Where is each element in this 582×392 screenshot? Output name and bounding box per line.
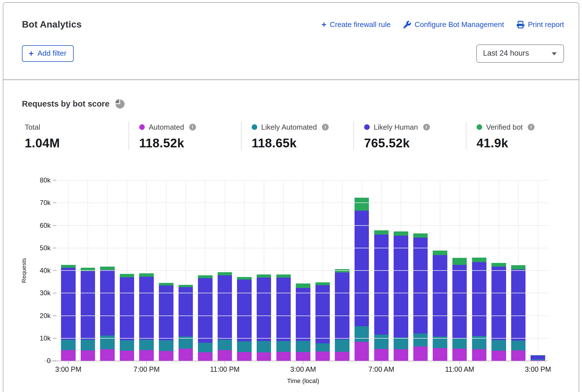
info-icon[interactable]: i xyxy=(189,124,196,130)
bar-segment-verified-bot[interactable] xyxy=(120,274,134,277)
bar-segment-verified-bot[interactable] xyxy=(257,274,271,277)
bar-segment-verified-bot[interactable] xyxy=(100,267,114,270)
bar-segment-likely-automated[interactable] xyxy=(296,341,310,352)
bar-segment-likely-human[interactable] xyxy=(257,278,271,341)
configure-bot-management-link[interactable]: Configure Bot Management xyxy=(403,20,504,29)
bar-segment-verified-bot[interactable] xyxy=(61,265,75,268)
bar-segment-verified-bot[interactable] xyxy=(218,272,232,275)
bar-segment-verified-bot[interactable] xyxy=(179,285,193,287)
bar-segment-likely-human[interactable] xyxy=(394,236,408,337)
bar-segment-likely-human[interactable] xyxy=(276,278,291,341)
bar-segment-automated[interactable] xyxy=(257,352,271,361)
print-report-link[interactable]: Print report xyxy=(517,20,564,29)
bar-segment-likely-human[interactable] xyxy=(335,272,349,339)
create-firewall-rule-link[interactable]: + Create firewall rule xyxy=(321,20,391,29)
bar-segment-likely-human[interactable] xyxy=(472,262,486,336)
bar-segment-likely-automated[interactable] xyxy=(374,335,389,349)
bar-segment-automated[interactable] xyxy=(452,349,467,361)
bar-segment-likely-human[interactable] xyxy=(198,278,212,343)
bar-segment-verified-bot[interactable] xyxy=(413,233,428,238)
bar-segment-likely-human[interactable] xyxy=(511,269,525,341)
bar-segment-verified-bot[interactable] xyxy=(315,282,330,285)
bar-segment-likely-automated[interactable] xyxy=(61,340,75,350)
bar-segment-verified-bot[interactable] xyxy=(433,251,447,255)
bar-segment-verified-bot[interactable] xyxy=(159,283,173,285)
bar-segment-automated[interactable] xyxy=(335,352,349,361)
bar-segment-automated[interactable] xyxy=(472,349,486,361)
bar-segment-automated[interactable] xyxy=(179,349,193,361)
bar-segment-likely-human[interactable] xyxy=(100,270,114,335)
bar-segment-likely-human[interactable] xyxy=(159,285,173,340)
bar-segment-automated[interactable] xyxy=(315,352,330,361)
bar-segment-likely-human[interactable] xyxy=(315,285,330,343)
bar-segment-likely-automated[interactable] xyxy=(81,340,95,350)
info-icon[interactable]: i xyxy=(528,124,534,130)
bar-segment-likely-human[interactable] xyxy=(413,238,428,334)
bar-segment-verified-bot[interactable] xyxy=(296,283,310,288)
bar-segment-verified-bot[interactable] xyxy=(276,274,291,277)
bar-segment-likely-human[interactable] xyxy=(374,235,389,335)
bar-segment-automated[interactable] xyxy=(433,348,447,361)
time-range-dropdown[interactable]: Last 24 hours xyxy=(476,44,564,63)
bar-segment-automated[interactable] xyxy=(120,351,134,361)
bar-segment-likely-human[interactable] xyxy=(81,271,95,340)
bar-segment-verified-bot[interactable] xyxy=(335,269,349,272)
bar-segment-verified-bot[interactable] xyxy=(237,277,251,280)
bar-segment-likely-human[interactable] xyxy=(531,355,545,359)
bar-segment-likely-human[interactable] xyxy=(218,275,232,340)
bar-segment-likely-automated[interactable] xyxy=(120,340,134,351)
bar-segment-automated[interactable] xyxy=(413,346,428,361)
bar-segment-verified-bot[interactable] xyxy=(374,230,389,234)
bar-segment-automated[interactable] xyxy=(374,349,389,361)
bar-segment-likely-automated[interactable] xyxy=(491,340,506,351)
bar-segment-automated[interactable] xyxy=(61,350,75,361)
bar-segment-automated[interactable] xyxy=(491,351,506,361)
bar-segment-verified-bot[interactable] xyxy=(511,265,525,269)
bar-segment-verified-bot[interactable] xyxy=(198,275,212,278)
bar-segment-automated[interactable] xyxy=(355,342,369,361)
bar-segment-automated[interactable] xyxy=(296,352,310,361)
bar-segment-automated[interactable] xyxy=(237,352,251,361)
bar-segment-verified-bot[interactable] xyxy=(139,273,154,277)
bar-segment-likely-human[interactable] xyxy=(61,268,75,340)
bar-segment-automated[interactable] xyxy=(511,350,525,361)
bar-segment-likely-human[interactable] xyxy=(433,255,447,337)
bar-segment-likely-human[interactable] xyxy=(452,265,467,338)
bar-segment-likely-automated[interactable] xyxy=(159,340,173,351)
bar-segment-likely-human[interactable] xyxy=(120,277,134,340)
bar-segment-likely-automated[interactable] xyxy=(139,340,154,350)
bar-segment-likely-automated[interactable] xyxy=(511,341,525,350)
bar-segment-likely-automated[interactable] xyxy=(237,341,251,352)
bar-segment-likely-automated[interactable] xyxy=(355,326,369,342)
bar-segment-automated[interactable] xyxy=(139,350,154,361)
bar-segment-likely-automated[interactable] xyxy=(413,334,428,347)
bar-segment-likely-human[interactable] xyxy=(491,267,506,340)
bar-segment-likely-automated[interactable] xyxy=(218,340,232,350)
bar-segment-verified-bot[interactable] xyxy=(452,258,467,265)
bar-segment-automated[interactable] xyxy=(394,349,408,361)
info-icon[interactable]: i xyxy=(423,124,430,130)
info-icon[interactable]: i xyxy=(322,124,329,130)
bar-segment-likely-human[interactable] xyxy=(179,287,193,337)
bar-segment-verified-bot[interactable] xyxy=(472,258,486,262)
bar-segment-likely-automated[interactable] xyxy=(394,337,408,350)
bar-segment-likely-human[interactable] xyxy=(237,280,251,341)
bar-segment-automated[interactable] xyxy=(100,349,114,361)
bar-segment-likely-human[interactable] xyxy=(296,288,310,341)
bar-segment-automated[interactable] xyxy=(531,360,545,361)
bar-segment-automated[interactable] xyxy=(81,350,95,361)
add-filter-button[interactable]: + Add filter xyxy=(22,45,74,62)
bar-segment-likely-automated[interactable] xyxy=(315,343,330,352)
bar-segment-automated[interactable] xyxy=(198,352,212,361)
bar-segment-verified-bot[interactable] xyxy=(491,263,506,267)
bar-segment-likely-automated[interactable] xyxy=(198,343,212,353)
bar-segment-verified-bot[interactable] xyxy=(355,198,369,211)
bar-segment-likely-automated[interactable] xyxy=(100,335,114,349)
bar-segment-likely-automated[interactable] xyxy=(276,341,291,352)
bar-segment-likely-human[interactable] xyxy=(139,277,154,340)
bar-segment-automated[interactable] xyxy=(159,351,173,361)
bar-segment-likely-human[interactable] xyxy=(355,211,369,326)
bar-segment-likely-automated[interactable] xyxy=(335,339,349,352)
bar-segment-automated[interactable] xyxy=(218,350,232,361)
bar-segment-automated[interactable] xyxy=(276,352,291,361)
